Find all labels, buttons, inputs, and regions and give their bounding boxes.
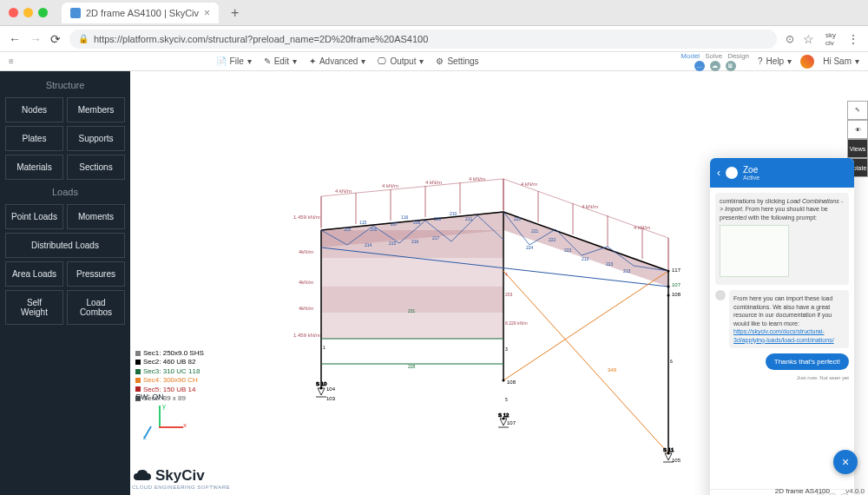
menu-advanced[interactable]: ✦ Advanced ▾	[309, 56, 365, 66]
menu-edit[interactable]: ✎ Edit ▾	[264, 56, 297, 66]
svg-text:223: 223	[606, 261, 614, 267]
sidebar-moments[interactable]: Moments	[67, 204, 125, 229]
menu-help[interactable]: ? Help ▾	[758, 56, 792, 66]
nav-back-icon[interactable]: ←	[9, 32, 21, 46]
hamburger-icon[interactable]: ≡	[9, 56, 14, 66]
svg-text:4: 4	[505, 272, 508, 277]
svg-line-31	[503, 212, 668, 271]
svg-text:1: 1	[323, 345, 326, 350]
sidebar-members[interactable]: Members	[67, 97, 125, 122]
sidebar-materials[interactable]: Materials	[5, 155, 63, 180]
svg-point-85	[503, 380, 505, 382]
svg-text:203: 203	[505, 292, 513, 297]
chat-agent-name: Zoe	[743, 165, 760, 175]
svg-text:S 10: S 10	[316, 381, 327, 386]
sidebar-pressures[interactable]: Pressures	[67, 261, 125, 287]
sidebar-supports[interactable]: Supports	[67, 126, 125, 151]
svg-text:220: 220	[514, 216, 522, 221]
mode-design[interactable]: Design	[727, 52, 749, 60]
visibility-icon[interactable]: 👁	[847, 120, 868, 139]
nav-forward-icon[interactable]: →	[30, 32, 42, 46]
svg-text:108: 108	[672, 292, 681, 297]
chat-user-reply: Thanks that's perfect!	[766, 353, 849, 370]
chat-back-icon[interactable]: ‹	[717, 167, 720, 179]
sidebar-area-loads[interactable]: Area Loads	[5, 261, 63, 287]
svg-text:223: 223	[564, 248, 572, 253]
new-tab-button[interactable]: +	[224, 5, 246, 21]
sidebar-load-combos[interactable]: Load Combos	[67, 290, 125, 325]
svg-line-51	[503, 271, 668, 453]
footer-version: v4.0.0	[845, 487, 865, 495]
svg-text:224: 224	[526, 245, 534, 250]
sidebar-sections[interactable]: Sections	[67, 155, 125, 180]
model-canvas[interactable]: Sec1: 250x9.0 SHS Sec2: 460 UB 82 Sec3: …	[130, 71, 868, 495]
menu-output[interactable]: 🖵 Output ▾	[378, 56, 424, 66]
footer-filename: 2D frame AS4100	[775, 487, 830, 495]
svg-text:4 kN/m: 4 kN/m	[521, 182, 537, 187]
browser-menu-icon[interactable]: ⋮	[847, 32, 859, 46]
chat-message-2: From here you can import these load comb…	[729, 290, 849, 348]
mode-model[interactable]: Model	[681, 52, 700, 60]
svg-point-89	[667, 286, 670, 288]
sidebar-plates[interactable]: Plates	[5, 126, 63, 151]
extension-icon[interactable]: skyciv	[823, 31, 838, 47]
svg-text:103: 103	[326, 396, 336, 401]
mode-selector: Model Solve Design … ☁ 🗎	[681, 52, 749, 71]
url-field[interactable]: 🔒 https://platform.skyciv.com/structural…	[69, 30, 777, 49]
svg-point-88	[667, 270, 670, 273]
svg-text:205: 205	[344, 227, 352, 232]
pen-tool-icon[interactable]: ✎	[847, 101, 868, 120]
svg-text:8.229 kN/m: 8.229 kN/m	[505, 320, 528, 326]
svg-text:211: 211	[465, 216, 473, 221]
svg-text:4 kN/m: 4 kN/m	[469, 176, 485, 182]
menu-settings[interactable]: ⚙ Settings	[436, 56, 478, 66]
svg-text:107: 107	[672, 282, 681, 287]
menu-file[interactable]: 📄 File ▾	[216, 56, 252, 66]
chat-widget: ‹ Zoe Active combinations by clicking Lo…	[710, 158, 854, 495]
tab-close-icon[interactable]: ×	[204, 7, 210, 19]
search-icon[interactable]: ⊙	[786, 33, 794, 45]
browser-tab[interactable]: 2D frame AS4100 | SkyCiv ×	[62, 3, 219, 23]
svg-marker-1	[321, 258, 503, 287]
minimize-window-icon[interactable]	[23, 8, 33, 17]
close-window-icon[interactable]	[9, 8, 18, 17]
svg-text:207: 207	[391, 221, 398, 227]
maximize-window-icon[interactable]	[38, 8, 48, 17]
svg-text:4 kN/m: 4 kN/m	[634, 225, 650, 230]
svg-text:206: 206	[370, 227, 378, 232]
svg-text:3: 3	[505, 346, 508, 352]
sidebar-self-weight[interactable]: Self Weight	[5, 290, 63, 325]
chat-message-1: combinations by clicking Load Combinatio…	[715, 193, 849, 285]
svg-text:1.459 kN/m: 1.459 kN/m	[293, 214, 320, 220]
views-button[interactable]: Views	[847, 139, 868, 158]
svg-text:221: 221	[531, 228, 539, 234]
chat-doc-link[interactable]: https://skyciv.com/docs/structural-3d/ap…	[733, 328, 834, 342]
svg-text:107: 107	[507, 420, 516, 426]
nav-reload-icon[interactable]: ⟳	[50, 32, 61, 46]
svg-text:116: 116	[401, 214, 409, 220]
mode-dot-design[interactable]: 🗎	[726, 61, 736, 71]
sidebar-distributed[interactable]: Distributed Loads	[5, 233, 125, 258]
chat-body[interactable]: combinations by clicking Load Combinatio…	[710, 188, 854, 489]
sidebar-point-loads[interactable]: Point Loads	[5, 204, 63, 229]
svg-point-90	[667, 294, 670, 297]
address-bar-row: ← → ⟳ 🔒 https://platform.skyciv.com/stru…	[0, 26, 868, 52]
svg-text:4kN/m: 4kN/m	[299, 280, 313, 285]
svg-text:5: 5	[505, 397, 508, 402]
mode-solve[interactable]: Solve	[705, 52, 722, 60]
chat-header: ‹ Zoe Active	[710, 158, 854, 188]
brand-logo: SkyCiv CLOUD ENGINEERING SOFTWARE	[132, 467, 230, 490]
sidebar-nodes[interactable]: Nodes	[5, 97, 63, 122]
user-avatar[interactable]	[800, 55, 814, 69]
bookmark-star-icon[interactable]: ☆	[803, 32, 814, 46]
axis-gizmo: yxz	[143, 406, 187, 449]
chat-agent-avatar	[726, 167, 738, 179]
svg-text:222: 222	[549, 237, 556, 242]
user-greeting[interactable]: Hi Sam ▾	[823, 56, 859, 66]
mode-dot-model[interactable]: …	[694, 61, 705, 71]
chat-reply-meta: Just now. Not seen yet	[715, 375, 849, 380]
chat-close-fab[interactable]: ×	[833, 450, 858, 474]
mode-dot-solve[interactable]: ☁	[710, 61, 720, 71]
svg-text:4 kN/m: 4 kN/m	[582, 204, 598, 209]
svg-marker-3	[321, 313, 503, 339]
